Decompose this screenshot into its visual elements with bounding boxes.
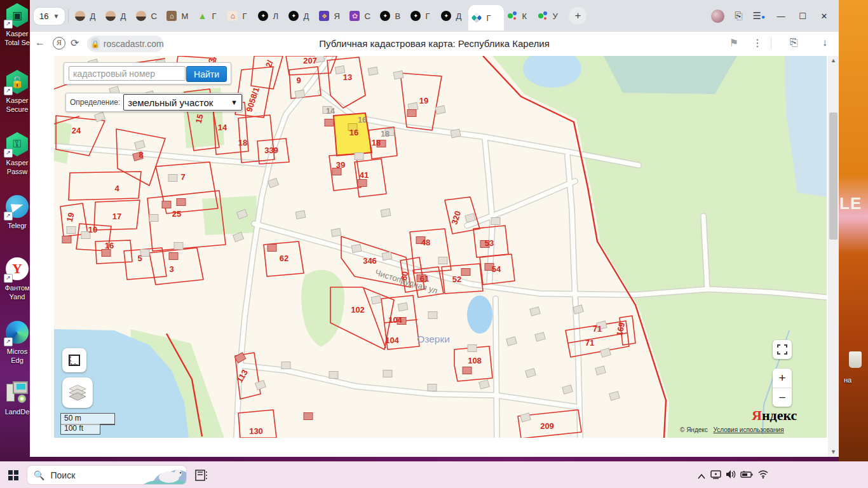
cadastral-number-input[interactable]	[69, 66, 186, 81]
tab-0[interactable]: Д	[72, 4, 102, 27]
vertical-scrollbar[interactable]: ▲ ▼	[828, 56, 839, 457]
parcel-number-label: 4	[114, 184, 119, 193]
tab-1[interactable]: Д	[102, 4, 133, 27]
download-icon[interactable]: ↓	[822, 37, 827, 48]
parcel-number-label: 18	[238, 138, 247, 147]
tab-groups-icon[interactable]: ⎘	[790, 37, 798, 48]
place-name-label: Озерки	[417, 334, 450, 344]
building-number-label: 18	[381, 130, 390, 139]
tab-2[interactable]: С	[133, 4, 163, 27]
tab-active[interactable]: Г	[468, 5, 504, 30]
parcel-number-label: 346	[363, 256, 377, 266]
building-number-label: 14	[326, 107, 335, 116]
parcel-number-label: 104	[388, 315, 402, 325]
layers-button[interactable]	[62, 377, 93, 408]
parcel-number-label: 41	[360, 170, 369, 180]
side-panel-icon[interactable]: ⎘	[735, 10, 742, 22]
desktop-icon-kaspersky-total[interactable]: ▣↗ KasperTotal Se	[4, 3, 30, 47]
notifications-icon[interactable]: ☰●	[753, 10, 766, 22]
parcel-number-label: 25	[172, 209, 181, 219]
desktop-icon-kaspersky-password[interactable]: ⚿↗ KasperPassw	[4, 132, 30, 176]
desktop-wallpaper-bottom	[30, 457, 839, 461]
cadastral-map[interactable]: 248419171016537251514183392/9058/1920713…	[54, 56, 827, 438]
tab-counter[interactable]: 16▼	[34, 8, 65, 25]
yandex-logo: Яндекс	[752, 407, 797, 424]
star-favicon-icon: ✦	[410, 11, 421, 21]
scrollbar-thumb[interactable]	[829, 112, 837, 240]
maximize-button[interactable]: ☐	[797, 11, 808, 21]
tab-title: Л	[273, 11, 278, 21]
star-favicon-icon: ✦	[258, 11, 268, 21]
desktop-icon-phantom-yandex[interactable]: Y↗ ФантомYand	[4, 257, 30, 301]
desktop-icon-landdesign[interactable]: LandDe	[4, 381, 30, 416]
tabstrip-right: ⎘ ☰● — ☐ ✕	[711, 10, 839, 23]
desktop-icon-edge[interactable]: ↗ MicrosEdg	[4, 321, 30, 365]
tab-14[interactable]: К	[504, 4, 534, 27]
parcel-number-label: 24	[72, 126, 81, 135]
parcel-number-label: 19	[419, 96, 428, 105]
parcel-number-label: 16	[349, 128, 358, 137]
tab-title: Д	[456, 11, 461, 21]
taskbar-search[interactable]: 🔍 Поиск	[27, 465, 187, 485]
tab-title: Г	[242, 11, 247, 21]
minimize-button[interactable]: —	[775, 11, 787, 21]
tray-wifi-icon[interactable]	[757, 470, 769, 481]
tab-5[interactable]: ⌂Г	[224, 4, 255, 27]
tabs-list: ДДС⌂М▲Г⌂Г✦Л✦Д❖Я✿С✦В✦Г✦ДГКУ	[72, 1, 565, 30]
zoom-out-button[interactable]: −	[773, 388, 792, 407]
definition-label: Определение:	[70, 98, 120, 107]
map-attribution: © Яндекс Условия использования	[680, 426, 784, 433]
zoom-in-button[interactable]: +	[773, 369, 792, 388]
parcel-number-label: 62	[280, 254, 288, 263]
measure-ruler-button[interactable]	[62, 348, 86, 372]
tab-12[interactable]: ✦Д	[438, 4, 468, 27]
fullscreen-button[interactable]	[773, 340, 792, 359]
desktop-icon-kaspersky-secure[interactable]: 🔓↗ KasperSecure	[4, 70, 30, 114]
tray-battery-icon[interactable]	[740, 470, 753, 481]
new-tab-button[interactable]: +	[569, 7, 587, 25]
tab-4[interactable]: ▲Г	[194, 4, 224, 27]
tab-10[interactable]: ✦В	[377, 4, 407, 27]
start-button[interactable]	[8, 470, 18, 480]
desktop-icon-telegram[interactable]: ↗ Telegr	[4, 195, 30, 230]
map-canvas: 248419171016537251514183392/9058/1920713…	[54, 56, 827, 438]
flower-favicon-icon: ✿	[349, 11, 360, 21]
terms-link[interactable]: Условия использования	[714, 426, 784, 433]
tab-7[interactable]: ✦Д	[285, 4, 316, 27]
more-menu-icon[interactable]: ⋮	[752, 37, 763, 49]
definition-select[interactable]: земельный участок ▼	[123, 94, 242, 111]
tray-display-icon[interactable]	[710, 470, 721, 482]
diamond-favicon-icon	[471, 13, 482, 24]
building-number-label: 16	[358, 116, 367, 125]
tab-9[interactable]: ✿С	[346, 4, 377, 27]
task-view-icon[interactable]	[194, 468, 209, 482]
tab-3[interactable]: ⌂М	[163, 4, 194, 27]
tray-volume-icon[interactable]	[726, 470, 737, 482]
tab-11[interactable]: ✦Г	[407, 4, 438, 27]
parcel-number-label: 19	[65, 212, 76, 223]
tree-favicon-icon: ▲	[197, 11, 207, 21]
close-button[interactable]: ✕	[818, 11, 830, 21]
parcel-number-label: 209	[540, 421, 554, 431]
chevron-down-icon: ▼	[231, 98, 238, 106]
parcel-number-label: 339	[264, 146, 278, 155]
dots-favicon-icon	[538, 11, 548, 21]
bookmark-flag-icon[interactable]: ⚑	[729, 37, 738, 49]
tab-title: Г	[486, 13, 491, 23]
copyright-text: © Яндекс	[680, 426, 708, 433]
find-button[interactable]: Найти	[186, 66, 227, 82]
parcel-number-label: 3	[169, 264, 173, 274]
parcel-number-label: 52	[452, 274, 461, 284]
tray-chevron-icon[interactable]	[698, 471, 705, 482]
scroll-down-arrow[interactable]: ▼	[828, 447, 839, 457]
partial-desktop-label: на	[844, 376, 851, 384]
shortcut-arrow-icon: ↗	[4, 149, 13, 158]
tab-15[interactable]: У	[534, 4, 565, 27]
parcel-number-label: 7	[180, 172, 185, 182]
star-favicon-icon: ✦	[380, 11, 390, 21]
tab-6[interactable]: ✦Л	[255, 4, 285, 27]
profile-avatar[interactable]	[711, 10, 724, 23]
scroll-up-arrow[interactable]: ▲	[828, 56, 839, 65]
tab-8[interactable]: ❖Я	[316, 4, 346, 27]
game-favicon-icon: ❖	[319, 11, 329, 21]
